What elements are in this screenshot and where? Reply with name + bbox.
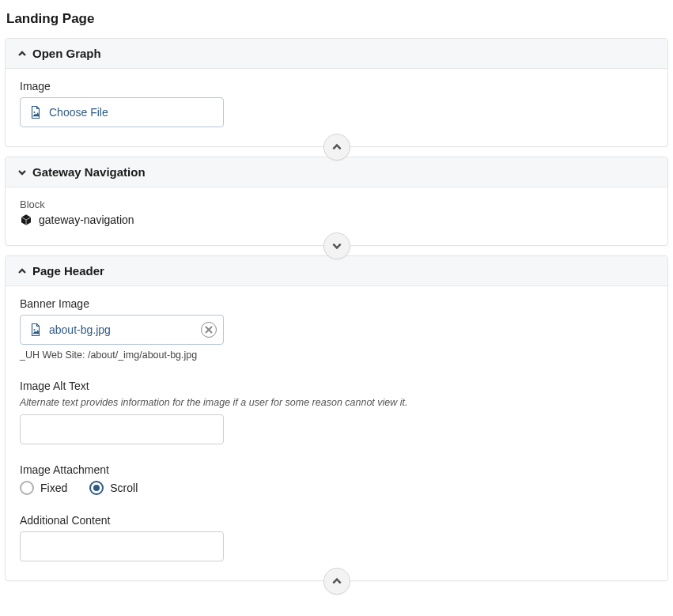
chevron-up-icon xyxy=(17,266,28,277)
radio-scroll[interactable]: Scroll xyxy=(89,481,138,495)
banner-image-chip[interactable]: about-bg.jpg xyxy=(20,315,224,345)
chevron-up-icon xyxy=(331,142,342,153)
chevron-down-icon xyxy=(17,167,28,178)
choose-file-label: Choose File xyxy=(49,106,108,119)
panel-title: Gateway Navigation xyxy=(32,165,146,179)
radio-fixed[interactable]: Fixed xyxy=(20,481,67,495)
chevron-down-icon xyxy=(331,240,342,251)
chevron-up-icon xyxy=(17,48,28,59)
image-file-icon xyxy=(28,105,43,119)
panel-title: Open Graph xyxy=(32,47,101,60)
alt-text-helper: Alternate text provides information for … xyxy=(20,397,653,408)
close-icon xyxy=(205,326,213,334)
radio-label: Fixed xyxy=(40,482,67,494)
collapse-panel-button[interactable] xyxy=(323,134,350,161)
image-attachment-radio-group: Fixed Scroll xyxy=(20,481,653,495)
svg-point-1 xyxy=(34,329,36,331)
radio-label: Scroll xyxy=(110,482,138,494)
expand-panel-button[interactable] xyxy=(323,232,350,259)
page-title: Landing Page xyxy=(5,5,668,38)
alt-text-input[interactable] xyxy=(20,414,224,444)
additional-content-input[interactable] xyxy=(20,531,224,561)
panel-gateway-navigation: Gateway Navigation Block gateway-navigat… xyxy=(5,157,668,246)
collapse-panel-button[interactable] xyxy=(323,568,350,595)
panel-header-gateway-navigation[interactable]: Gateway Navigation xyxy=(6,157,667,187)
label-banner-image: Banner Image xyxy=(20,297,653,310)
block-icon xyxy=(20,214,32,226)
panel-header-page-header[interactable]: Page Header xyxy=(6,256,667,286)
label-image-alt-text: Image Alt Text xyxy=(20,380,653,392)
radio-icon xyxy=(20,481,34,495)
block-value-row: gateway-navigation xyxy=(20,214,653,226)
label-image-attachment: Image Attachment xyxy=(20,463,653,476)
label-og-image: Image xyxy=(20,80,653,93)
choose-file-button[interactable]: Choose File xyxy=(20,97,224,127)
panel-header-open-graph[interactable]: Open Graph xyxy=(6,39,667,69)
banner-image-filename: about-bg.jpg xyxy=(49,323,111,336)
panel-open-graph: Open Graph Image Choose File xyxy=(5,38,668,147)
label-block: Block xyxy=(20,198,653,210)
image-file-icon xyxy=(28,323,43,337)
label-additional-content: Additional Content xyxy=(20,514,653,527)
banner-image-path: _UH Web Site: /about/_img/about-bg.jpg xyxy=(20,350,653,361)
radio-icon xyxy=(89,481,104,495)
panel-title: Page Header xyxy=(32,264,104,278)
clear-file-button[interactable] xyxy=(201,322,217,338)
block-value: gateway-navigation xyxy=(39,214,134,226)
svg-point-0 xyxy=(34,111,36,113)
panel-page-header: Page Header Banner Image about-bg.jpg _U… xyxy=(5,255,668,581)
chevron-up-icon xyxy=(331,576,342,587)
